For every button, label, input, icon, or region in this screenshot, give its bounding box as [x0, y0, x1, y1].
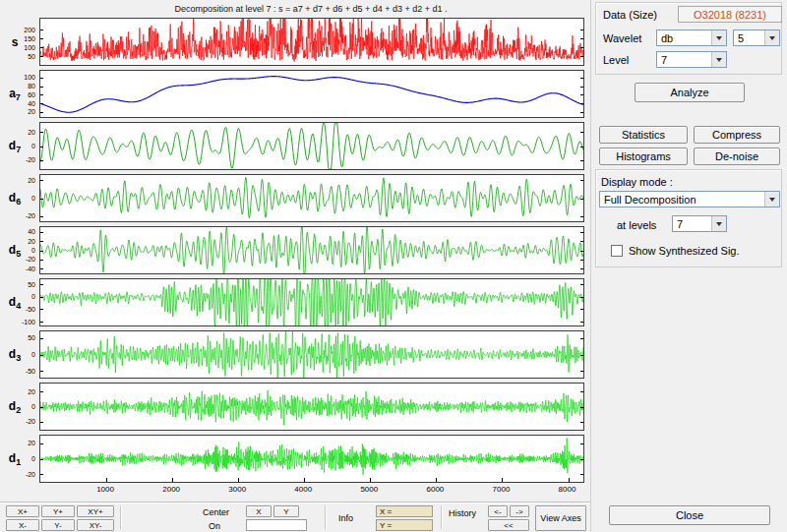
y-tick-label: 50: [2, 333, 35, 342]
zoom-x-minus-button[interactable]: X-: [6, 519, 39, 531]
y-tick-label: 0: [2, 454, 35, 463]
x-axis-labels: 10002000300040005000600070008000: [39, 485, 582, 497]
level-select[interactable]: 7: [656, 51, 727, 68]
show-synthesized-checkbox-row[interactable]: Show Synthesized Sig.: [611, 244, 780, 260]
display-mode-select[interactable]: Full Decomposition: [599, 191, 780, 207]
center-y-button[interactable]: Y: [273, 505, 299, 517]
y-tick-label: 20: [2, 107, 35, 116]
plot-d3-axes[interactable]: [39, 330, 584, 379]
y-tick-label: 40: [2, 227, 35, 236]
y-tick-label: -50: [2, 305, 35, 314]
plot-d7-axes[interactable]: [39, 122, 584, 170]
y-tick-label: -40: [2, 265, 35, 273]
y-tick-label: 50: [2, 52, 35, 61]
subplot-d2: d2200-20: [0, 383, 590, 431]
on-label: On: [209, 521, 220, 531]
chevron-down-icon: [764, 192, 779, 207]
y-tick-label: 100: [2, 43, 35, 52]
zoom-xy-plus-button[interactable]: XY+: [77, 505, 114, 517]
subplot-d1: d1200-20: [0, 435, 590, 483]
plot-d6-axes[interactable]: [39, 174, 584, 222]
y-tick-label: 0: [2, 402, 35, 411]
center-x-button[interactable]: X: [246, 505, 272, 517]
plot-d2-axes[interactable]: [39, 383, 584, 431]
histograms-button[interactable]: Histograms: [599, 148, 688, 165]
y-tick-label: 80: [2, 82, 35, 90]
y-tick-label: 150: [2, 34, 35, 43]
wavelet-family-value: db: [661, 32, 673, 44]
x-tick-label: 2000: [162, 485, 180, 494]
history-reset-button[interactable]: <<: [488, 519, 529, 531]
plot-d5-axes[interactable]: [39, 226, 584, 274]
subplot-d4: d4500-50-100: [0, 278, 590, 326]
wavelet-1d-window: Decomposition at level 7 : s = a7 + d7 +…: [0, 0, 787, 532]
toolbar-separator: [120, 505, 122, 529]
zoom-toolbar: X+ Y+ XY+ X- Y- XY- Center X Y On Info X…: [0, 502, 590, 532]
y-tick-label: -20: [2, 417, 35, 426]
wavelet-label: Wavelet: [603, 32, 641, 44]
chevron-down-icon: [711, 30, 726, 45]
y-tick-label: 20: [2, 128, 35, 137]
y-tick-label: -20: [2, 155, 35, 164]
subplot-d5: d540200-20-40: [0, 226, 590, 274]
zoom-xy-minus-button[interactable]: XY-: [77, 519, 114, 531]
y-tick-label: -20: [2, 255, 35, 264]
y-tick-label: -20: [2, 211, 35, 220]
chevron-down-icon: [711, 52, 726, 67]
denoise-button[interactable]: De-noise: [694, 148, 780, 165]
y-tick-label: -20: [2, 470, 35, 479]
toolbar-separator: [441, 505, 443, 529]
x-tick-label: 6000: [426, 485, 444, 494]
history-forward-button[interactable]: ->: [510, 505, 529, 517]
y-tick-label: 50: [2, 280, 35, 289]
plot-a7-axes[interactable]: [39, 70, 584, 118]
center-label: Center: [203, 507, 229, 517]
decomposition-title: Decomposition at level 7 : s = a7 + d7 +…: [39, 4, 582, 14]
view-axes-button[interactable]: View Axes: [535, 505, 586, 531]
statistics-button[interactable]: Statistics: [599, 126, 688, 144]
level-value: 7: [661, 54, 667, 66]
analyze-button[interactable]: Analyze: [635, 83, 745, 102]
plot-d4-axes[interactable]: [39, 278, 584, 326]
checkbox-icon: [611, 245, 623, 257]
y-tick-label: 100: [2, 73, 35, 82]
plot-s-axes[interactable]: [39, 18, 584, 66]
y-tick-label: 20: [2, 176, 35, 185]
zoom-y-plus-button[interactable]: Y+: [41, 505, 75, 517]
info-x-readout: X =: [376, 505, 433, 517]
subplot-d3: d3500-50: [0, 330, 590, 379]
y-tick-label: 20: [2, 237, 35, 246]
y-tick-label: -50: [2, 367, 35, 376]
at-levels-label: at levels: [617, 219, 656, 231]
subplot-s: s20015010050: [0, 18, 590, 66]
history-back-button[interactable]: <-: [488, 505, 508, 517]
zoom-x-plus-button[interactable]: X+: [6, 505, 39, 517]
wavelet-number-select[interactable]: 5: [733, 30, 780, 46]
show-synthesized-label: Show Synthesized Sig.: [629, 245, 740, 257]
compress-button[interactable]: Compress: [694, 126, 780, 144]
x-tick-label: 4000: [294, 485, 312, 494]
y-tick-label: 0: [2, 350, 35, 359]
center-on-input[interactable]: [246, 519, 307, 531]
level-label: Level: [603, 54, 629, 66]
at-levels-value: 7: [677, 218, 683, 230]
y-tick-label: 60: [2, 90, 35, 99]
y-tick-label: 0: [2, 194, 35, 203]
x-tick-label: 5000: [360, 485, 378, 494]
y-tick-label: 40: [2, 99, 35, 108]
info-label: Info: [338, 513, 353, 523]
decomposition-plot-panel: Decomposition at level 7 : s = a7 + d7 +…: [0, 0, 590, 502]
chevron-down-icon: [711, 216, 726, 231]
at-levels-select[interactable]: 7: [672, 215, 727, 232]
plot-d1-axes[interactable]: [39, 435, 584, 483]
x-tick-label: 8000: [559, 485, 576, 494]
toolbar-separator: [325, 505, 327, 529]
display-mode-value: Full Decomposition: [604, 194, 696, 206]
zoom-y-minus-button[interactable]: Y-: [41, 519, 75, 531]
y-tick-label: 0: [2, 292, 35, 301]
x-tick-label: 1000: [96, 485, 114, 494]
close-button[interactable]: Close: [609, 505, 770, 525]
wavelet-family-select[interactable]: db: [656, 30, 727, 46]
chevron-down-icon: [764, 30, 779, 45]
y-tick-label: 0: [2, 246, 35, 255]
